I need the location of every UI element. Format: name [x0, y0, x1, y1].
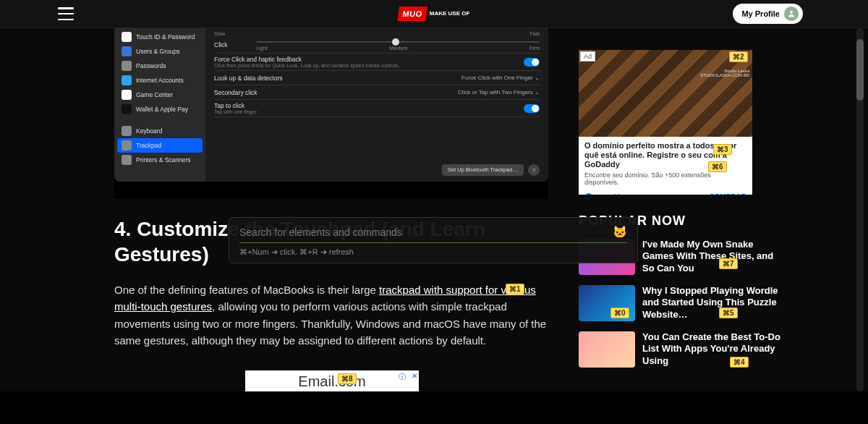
inline-ad[interactable]: Email.com ⓘ ✕	[245, 370, 419, 392]
ad-subtext: Encontre seu domínio. São +500 extensões…	[584, 171, 746, 186]
profile-label: My Profile	[741, 9, 780, 18]
popular-title: Why I Stopped Playing Wordle and Started…	[642, 285, 781, 321]
popular-item[interactable]: You Can Create the Best To-Do List With …	[579, 331, 781, 368]
command-search-input[interactable]	[239, 226, 613, 238]
macos-settings-window: Touch ID & PasswordUsers & GroupsPasswor…	[114, 28, 548, 182]
click-label: Click	[214, 41, 227, 48]
tap-label: Tap to click	[214, 102, 257, 109]
force-click-sub: Click then press firmly for Quick Look, …	[214, 63, 400, 68]
ad-label: Ad	[580, 51, 595, 62]
command-palette: 🐱 ⌘+Num ➜ click. ⌘+R ➜ refresh	[229, 217, 638, 263]
force-click-toggle[interactable]	[524, 58, 540, 67]
ad-image: Studio LaskaSTUDIOLASKA.COM.BR	[579, 50, 752, 137]
secondary-value[interactable]: Click or Tap with Two Fingers ⌄	[458, 89, 540, 96]
svg-point-0	[790, 11, 793, 14]
logo-badge: MUO	[397, 7, 427, 21]
page-scrollbar[interactable]	[856, 28, 864, 391]
popular-title: You Can Create the Best To-Do List With …	[642, 331, 781, 368]
macos-sidebar-item[interactable]: Printers & Scanners	[117, 153, 203, 167]
ad-cta-button[interactable]: COMPRAR	[709, 193, 746, 195]
ad-close-icon[interactable]: ✕	[412, 372, 417, 380]
article-paragraph: One of the defining features of MacBooks…	[114, 281, 550, 349]
popular-item[interactable]: Why I Stopped Playing Wordle and Started…	[579, 285, 781, 321]
macos-sidebar-item[interactable]: Users & Groups	[117, 44, 203, 59]
sidebar-ad[interactable]: Ad Studio LaskaSTUDIOLASKA.COM.BR O domí…	[579, 50, 752, 195]
site-header: MUO MAKE USE OF My Profile	[0, 0, 868, 28]
help-button[interactable]: ?	[528, 164, 540, 176]
popular-title: I've Made My Own Snake Games With These …	[642, 239, 781, 275]
macos-sidebar-item[interactable]: Trackpad	[117, 138, 203, 153]
macos-sidebar-item[interactable]: Keyboard	[117, 124, 203, 138]
ad-info-icon[interactable]: ⓘ	[399, 372, 406, 382]
avatar-icon	[784, 7, 799, 21]
macos-sidebar-item[interactable]: Passwords	[117, 59, 203, 73]
shortcut-8: ⌘8	[338, 373, 357, 384]
shortcut-5: ⌘5	[719, 308, 738, 318]
shortcut-6: ⌘6	[708, 161, 727, 172]
bottom-blackbar	[0, 391, 868, 424]
tap-toggle[interactable]	[524, 104, 540, 113]
shortcut-1: ⌘1	[506, 284, 524, 294]
ad-brand: 🔵 GoDaddy	[584, 193, 624, 195]
popular-thumb	[579, 331, 635, 368]
shortcut-3: ⌘3	[713, 144, 732, 155]
shortcut-4: ⌘4	[730, 357, 749, 368]
lookup-value[interactable]: Force Click with One Finger ⌄	[461, 75, 540, 81]
shortcut-2: ⌘2	[729, 51, 748, 62]
shortcut-7: ⌘7	[719, 258, 738, 269]
screenshot-container: Touch ID & PasswordUsers & GroupsPasswor…	[114, 28, 548, 199]
menu-icon[interactable]	[58, 7, 74, 20]
palette-mascot-icon: 🐱	[613, 225, 627, 239]
macos-sidebar-item[interactable]: Internet Accounts	[117, 73, 203, 88]
lookup-label: Look up & data detectors	[214, 75, 283, 82]
secondary-label: Secondary click	[214, 89, 258, 96]
macos-main-panel: SlowFast Click LightMediumFirm Force Cli…	[205, 28, 548, 182]
macos-sidebar-item[interactable]: Touch ID & Password	[117, 30, 203, 44]
force-click-label: Force Click and haptic feedback	[214, 56, 400, 63]
macos-sidebar: Touch ID & PasswordUsers & GroupsPasswor…	[114, 28, 205, 182]
tap-sub: Tap with one finger	[214, 109, 257, 114]
command-hint: ⌘+Num ➜ click. ⌘+R ➜ refresh	[239, 247, 627, 257]
logo-text: MAKE USE OF	[430, 11, 470, 17]
macos-sidebar-item[interactable]: Wallet & Apple Pay	[117, 102, 203, 116]
profile-button[interactable]: My Profile	[733, 4, 803, 24]
click-slider[interactable]	[256, 41, 540, 43]
site-logo[interactable]: MUO MAKE USE OF	[399, 7, 470, 21]
macos-sidebar-item[interactable]: Game Center	[117, 88, 203, 102]
bluetooth-trackpad-button[interactable]: Set Up Bluetooth Trackpad…	[442, 164, 524, 176]
shortcut-0: ⌘0	[610, 308, 629, 318]
